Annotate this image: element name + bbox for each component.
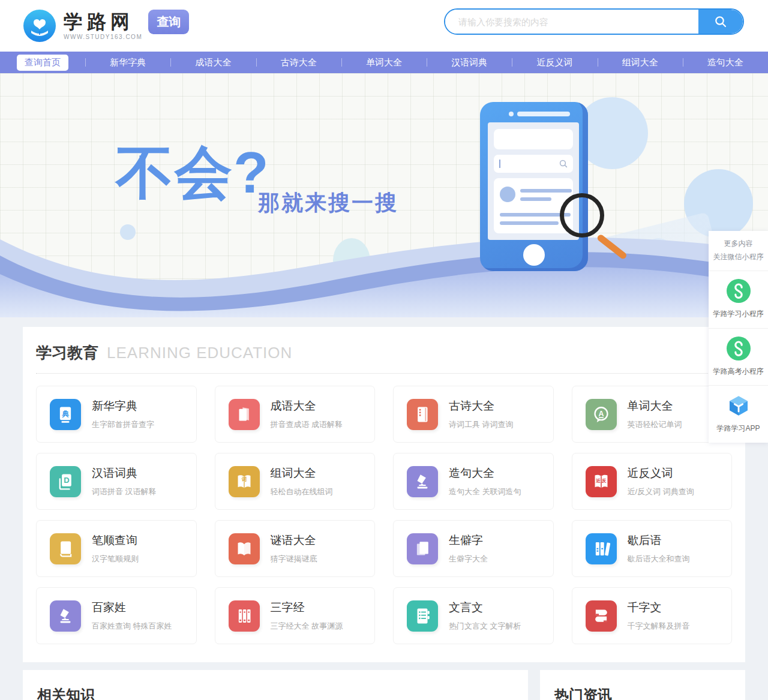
nav-item-单词大全[interactable]: 单词大全: [341, 52, 427, 73]
card-title: 千字文: [628, 600, 690, 615]
card-title: 成语大全: [271, 398, 343, 414]
qr-app-学路学习APP[interactable]: 学路学习APP: [709, 386, 768, 443]
card-新华字典[interactable]: 典 新华字典 生字部首拼音查字: [36, 386, 197, 443]
phone-text-cursor: [499, 160, 500, 168]
card-subtitle: 歇后语大全和查询: [628, 554, 690, 564]
site-title: 学路网: [64, 12, 142, 31]
notebook-icon: [407, 399, 438, 430]
phone-search-bar: [494, 155, 573, 173]
related-knowledge-panel: 相关知识: [23, 670, 528, 700]
hot-news-title: 热门资讯: [554, 686, 731, 700]
card-文言文[interactable]: 文言文 热门文言文 文字解析: [393, 587, 554, 644]
dict-dian-icon: 典: [50, 399, 81, 430]
card-笔顺查询[interactable]: 笔顺查询 汉字笔顺规则: [36, 520, 197, 577]
search-icon: [713, 14, 728, 29]
card-古诗大全[interactable]: 古诗大全 诗词工具 诗词查询: [393, 386, 554, 443]
books-stacked-icon: [586, 600, 617, 632]
svg-text:近: 近: [595, 477, 601, 483]
card-subtitle: 英语轻松记单词: [628, 419, 682, 430]
hero-waves: [0, 223, 768, 317]
qr-app-label: 学路学习APP: [712, 423, 764, 434]
nav-item-造句大全[interactable]: 造句大全: [683, 52, 768, 73]
hero-banner: 不会? 那就来搜一搜: [0, 73, 768, 317]
card-title: 近反义词: [628, 465, 694, 481]
related-knowledge-title: 相关知识: [37, 686, 514, 700]
svg-text:反: 反: [601, 477, 607, 483]
dict-d-icon: D: [50, 466, 81, 497]
card-subtitle: 汉字笔顺规则: [92, 554, 139, 564]
qr-more-line1: 更多内容: [712, 238, 764, 251]
phone-speaker-dot: [509, 112, 514, 116]
card-title: 汉语词典: [92, 465, 157, 481]
pen-stamp-icon: [50, 600, 81, 632]
open-book-2char-icon: 近反: [586, 466, 617, 497]
nav-item-成语大全[interactable]: 成语大全: [170, 52, 256, 73]
learning-education-panel: 学习教育 LEARNING EDUCATION 典 新华字典 生字部首拼音查字 …: [23, 327, 745, 662]
nav-item-组词大全[interactable]: 组词大全: [598, 52, 683, 73]
card-谜语大全[interactable]: 谜语大全 猜字谜揭谜底: [215, 520, 376, 577]
card-subtitle: 三字经大全 故事渊源: [271, 621, 343, 632]
nav-item-汉语词典[interactable]: 汉语词典: [427, 52, 512, 73]
qr-more-line2: 关注微信小程序: [712, 251, 764, 264]
phone-speaker-bar: [517, 112, 570, 116]
card-组词大全[interactable]: 词 组词大全 轻松自动在线组词: [215, 453, 376, 510]
phone-avatar: [500, 187, 515, 202]
speech-a-icon: A: [586, 399, 617, 430]
section-header: 学习教育 LEARNING EDUCATION: [36, 343, 732, 374]
card-千字文[interactable]: 千字文 千字文解释及拼音: [572, 587, 733, 644]
card-生僻字[interactable]: 生僻字 生僻字大全: [393, 520, 554, 577]
card-成语大全[interactable]: 成语大全 拼音查成语 成语解释: [215, 386, 376, 443]
site-logo[interactable]: 学路网 WWW.STUDY163.COM 查询: [23, 9, 189, 43]
phone-illustration: [480, 102, 588, 271]
card-subtitle: 近/反义词 词典查询: [628, 486, 694, 497]
phone-screen-block: [494, 129, 573, 149]
books-three-icon: [229, 600, 260, 632]
bottom-panels: 相关知识 热门资讯: [23, 670, 745, 700]
nav-item-查询首页[interactable]: 查询首页: [0, 52, 85, 73]
card-title: 单词大全: [628, 398, 682, 414]
card-title: 组词大全: [271, 465, 333, 481]
qr-app-label: 学路高考小程序: [712, 366, 764, 377]
hero-headline: 不会?: [116, 144, 270, 202]
qr-sidebar-header: 更多内容 关注微信小程序: [709, 231, 768, 271]
qr-sidebar: 更多内容 关注微信小程序 学路学习小程序 学路高考小程序 学路学习APP: [709, 231, 768, 443]
svg-text:典: 典: [62, 409, 69, 417]
qr-app-学路高考小程序[interactable]: 学路高考小程序: [709, 329, 768, 386]
nav-item-新华字典[interactable]: 新华字典: [85, 52, 170, 73]
card-title: 歇后语: [628, 533, 690, 548]
qr-app-学路学习小程序[interactable]: 学路学习小程序: [709, 271, 768, 329]
card-title: 三字经: [271, 600, 343, 615]
book-closed-icon: [50, 533, 81, 564]
svg-text:A: A: [598, 409, 604, 417]
card-title: 古诗大全: [449, 398, 514, 414]
card-近反义词[interactable]: 近反 近反义词 近/反义词 词典查询: [572, 453, 733, 510]
nav-item-近反义词[interactable]: 近反义词: [512, 52, 597, 73]
header: 学路网 WWW.STUDY163.COM 查询: [0, 0, 768, 52]
nav-item-古诗大全[interactable]: 古诗大全: [256, 52, 341, 73]
card-title: 生僻字: [449, 533, 488, 548]
main-nav: 查询首页新华字典成语大全古诗大全单词大全汉语词典近反义词组词大全造句大全: [0, 52, 768, 73]
card-造句大全[interactable]: 造句大全 造句大全 关联词造句: [393, 453, 554, 510]
svg-text:词: 词: [241, 476, 247, 482]
bookshelf-icon: [586, 533, 617, 564]
card-title: 新华字典: [92, 398, 154, 414]
site-url: WWW.STUDY163.COM: [64, 34, 142, 40]
card-subtitle: 千字文解释及拼音: [628, 621, 690, 632]
card-subtitle: 热门文言文 文字解析: [449, 621, 521, 632]
app-cube-icon: [727, 393, 751, 417]
book-stack-icon: [229, 399, 260, 430]
card-title: 百家姓: [92, 600, 172, 615]
pen-stamp-icon: [407, 466, 438, 497]
logo-icon: [23, 9, 56, 43]
search-input[interactable]: [445, 10, 698, 34]
card-百家姓[interactable]: 百家姓 百家姓查询 特殊百家姓: [36, 587, 197, 644]
card-歇后语[interactable]: 歇后语 歇后语大全和查询: [572, 520, 733, 577]
card-subtitle: 诗词工具 诗词查询: [449, 419, 514, 430]
card-title: 笔顺查询: [92, 533, 139, 548]
search-button[interactable]: [698, 10, 743, 34]
card-汉语词典[interactable]: D 汉语词典 词语拼音 汉语解释: [36, 453, 197, 510]
card-单词大全[interactable]: A 单词大全 英语轻松记单词: [572, 386, 733, 443]
notes-icon: [407, 600, 438, 632]
card-三字经[interactable]: 三字经 三字经大全 故事渊源: [215, 587, 376, 644]
card-subtitle: 词语拼音 汉语解释: [92, 486, 157, 497]
